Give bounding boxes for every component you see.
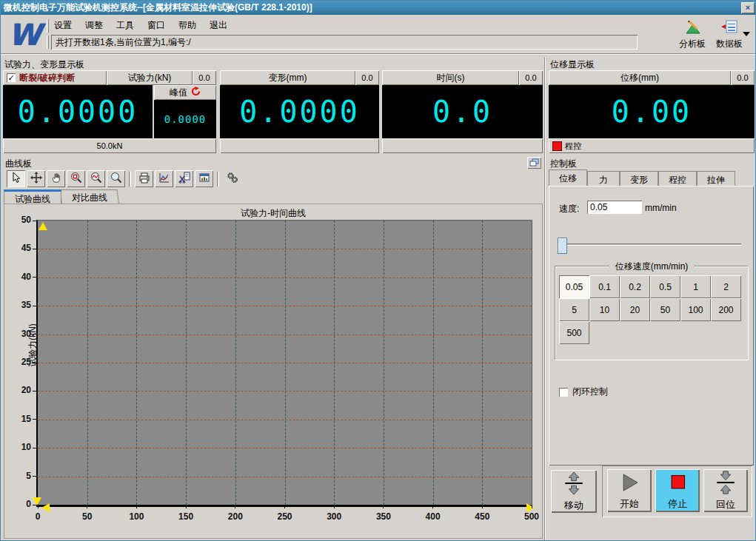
control-tab-3[interactable]: 程控	[658, 171, 697, 186]
magnifier-icon	[110, 172, 122, 186]
speed-buttons-grid: 0.050.10.20.5125102050100200500	[559, 275, 743, 344]
peak-button[interactable]: 峰值	[154, 85, 216, 100]
deform-header-button[interactable]: 变形(mm)	[220, 70, 355, 85]
speed-button-0.1[interactable]: 0.1	[589, 275, 620, 298]
speed-slider-track[interactable]	[559, 243, 741, 246]
analysis-board-button[interactable]: 分析板	[673, 21, 712, 50]
move-cross-button[interactable]	[27, 170, 45, 187]
horizontal-gridline	[38, 278, 532, 278]
zoom-box-button[interactable]	[67, 170, 85, 187]
x-tick-label: 100	[121, 511, 151, 522]
closed-loop-label: 闭环控制	[572, 386, 608, 398]
menu-item-2[interactable]: 工具	[110, 18, 140, 33]
speed-button-10[interactable]: 10	[589, 298, 620, 321]
y-tick-mark	[33, 334, 36, 335]
chart-area: 试验力-时间曲线 时间(s) 试验力(kN) 05010015020025030…	[4, 204, 543, 539]
start-stop-frame: 开始 停止 回位	[602, 466, 752, 517]
y-tick-mark	[33, 419, 36, 420]
close-button[interactable]: ×	[741, 2, 755, 13]
speed-button-100[interactable]: 100	[680, 298, 711, 321]
menu-item-3[interactable]: 窗口	[141, 18, 171, 33]
move-button[interactable]: 移动	[551, 470, 597, 513]
menu-item-4[interactable]: 帮助	[173, 18, 202, 33]
speed-button-2[interactable]: 2	[711, 275, 741, 298]
stop-button-label: 停止	[668, 497, 687, 511]
break-judge-checkbox[interactable]: ✓ 断裂/破碎判断	[3, 70, 107, 85]
speed-button-0.5[interactable]: 0.5	[650, 275, 680, 298]
y-tick-label: 0	[7, 499, 31, 509]
speed-slider-thumb[interactable]	[558, 238, 567, 254]
y-tick-label: 50	[7, 215, 31, 225]
toolbar-dropdown-arrow-icon[interactable]	[743, 32, 750, 36]
x-tick-label: 150	[171, 511, 201, 522]
y-tick-label: 30	[7, 329, 31, 339]
displacement-header-button[interactable]: 位移(mm)	[549, 70, 731, 85]
magnifier-button[interactable]	[107, 170, 125, 187]
select-cursor-button[interactable]	[7, 170, 25, 187]
speed-input[interactable]	[587, 201, 642, 214]
zoom-curve-button[interactable]	[87, 170, 105, 187]
control-tab-content: 速度: mm/min 位移速度(mm/min) 0.050.10.20.5125…	[549, 186, 754, 466]
speed-button-50[interactable]: 50	[650, 298, 680, 321]
horizontal-gridline	[38, 391, 532, 392]
home-button[interactable]: 回位	[703, 469, 748, 512]
start-button-label: 开始	[620, 497, 639, 511]
curve-tab-1[interactable]: 对比曲线	[59, 189, 119, 204]
control-tab-0[interactable]: 位移	[549, 169, 587, 186]
y-tick-mark	[33, 249, 36, 249]
y-tick-mark	[33, 391, 36, 392]
y-tick-mark	[33, 505, 36, 505]
curve-tab-0[interactable]: 试验曲线	[4, 189, 61, 204]
control-tabs: 位移力变形程控拉伸	[549, 171, 754, 186]
axis-limit-arrow-up-icon	[39, 222, 47, 230]
program-control-label: 程控	[565, 141, 581, 152]
stop-button[interactable]: 停止	[655, 469, 700, 512]
menu-item-1[interactable]: 调整	[79, 18, 109, 33]
horizontal-gridline	[38, 249, 532, 249]
toolbar-separator	[129, 172, 131, 187]
printer-button[interactable]	[135, 170, 153, 187]
snip-curve-button[interactable]	[175, 170, 193, 187]
speed-button-200[interactable]: 200	[711, 298, 741, 321]
gear-settings-button[interactable]	[223, 170, 241, 187]
x-tick-label: 400	[418, 511, 448, 522]
x-tick-mark	[235, 505, 235, 508]
time-header-button[interactable]: 时间(s)	[382, 70, 519, 85]
y-tick-mark	[33, 306, 36, 306]
force-header-button[interactable]: 试验力(kN)	[107, 70, 193, 85]
y-tick-mark	[33, 448, 36, 448]
speed-button-20[interactable]: 20	[620, 298, 650, 321]
analysis-board-label: 分析板	[679, 38, 706, 50]
x-tick-mark	[284, 505, 285, 508]
deform-bottom-bar	[220, 138, 379, 153]
deform-lcd: 0.0000	[220, 85, 379, 138]
y-tick-mark	[33, 363, 36, 363]
move-cross-icon	[30, 172, 42, 186]
menu-item-0[interactable]: 设置	[48, 18, 78, 33]
control-tab-1[interactable]: 力	[587, 171, 620, 186]
data-window-button[interactable]	[195, 170, 213, 187]
peak-label: 峰值	[170, 87, 187, 99]
closed-loop-checkbox[interactable]: 闭环控制	[559, 386, 608, 398]
time-display-unit: 时间(s) 0.0 0.0	[382, 70, 543, 153]
control-tab-4[interactable]: 拉伸	[697, 171, 735, 186]
curve-tabs: 试验曲线对比曲线	[4, 189, 119, 204]
horizontal-gridline	[38, 306, 532, 306]
speed-button-0.05[interactable]: 0.05	[559, 275, 589, 298]
restore-window-button[interactable]	[527, 157, 541, 169]
zoom-curve-icon	[90, 172, 102, 186]
menu-item-5[interactable]: 退出	[204, 18, 233, 33]
red-refresh-icon[interactable]	[191, 87, 201, 98]
chart-plot[interactable]: 时间(s) 试验力(kN) 05010015020025030035040045…	[36, 220, 532, 507]
start-button[interactable]: 开始	[607, 469, 652, 512]
speed-button-1[interactable]: 1	[680, 275, 711, 298]
speed-button-500[interactable]: 500	[559, 321, 589, 344]
curve-style-button[interactable]	[155, 170, 173, 187]
control-tab-2[interactable]: 变形	[620, 171, 658, 186]
pan-hand-button[interactable]	[47, 170, 65, 187]
speed-button-0.2[interactable]: 0.2	[620, 275, 650, 298]
x-tick-mark	[186, 505, 187, 508]
speed-button-5[interactable]: 5	[559, 298, 589, 321]
x-tick-label: 300	[319, 511, 349, 522]
zoom-box-icon	[70, 172, 82, 186]
